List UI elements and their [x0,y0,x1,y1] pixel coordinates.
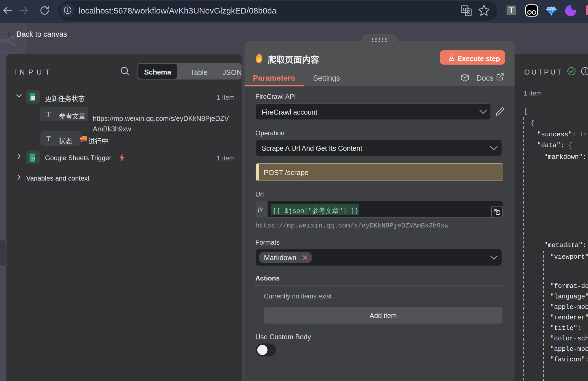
svg-text:G: G [463,7,466,12]
